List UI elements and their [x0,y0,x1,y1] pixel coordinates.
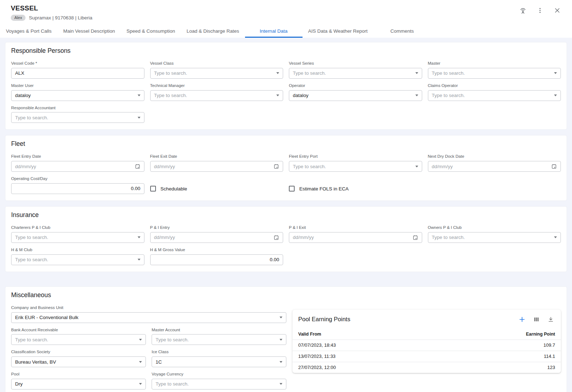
chevron-down-icon[interactable] [280,317,282,318]
ice-class-select[interactable]: 1C [152,356,286,367]
vessel-code-input[interactable]: ALX [11,68,144,79]
chevron-down-icon[interactable] [138,236,140,238]
bank-account-receivable-select[interactable]: Type to search. [11,334,146,345]
operator-select[interactable]: dataloy [289,90,422,101]
operating-cost-day-input[interactable]: 0.00 [11,183,144,194]
section-fleet: Fleet Fleet Entry Date dd/mm/yy Fleet [5,135,567,201]
table-row[interactable]: 13/07/2023, 11:33 114.1 [292,351,561,362]
chevron-down-icon[interactable] [276,72,279,74]
responsible-accountant-field: Responsible Accountant Type to search. [11,106,144,123]
owners-pi-club-select[interactable]: Type to search. [428,232,561,243]
chevron-down-icon[interactable] [280,339,282,341]
chevron-down-icon[interactable] [138,117,140,119]
master-account-select[interactable]: Type to search. [152,334,286,345]
tab-voyages-port-calls[interactable]: Voyages & Port Calls [0,26,57,38]
earning-point-cell: 114.1 [544,354,555,359]
antenna-icon[interactable] [517,5,529,15]
calendar-icon[interactable] [135,163,140,169]
responsible-accountant-select[interactable]: Type to search. [11,112,144,123]
chevron-down-icon[interactable] [280,361,282,363]
chevron-down-icon[interactable] [138,94,140,96]
chevron-down-icon[interactable] [139,383,142,385]
tab-speed-consumption[interactable]: Speed & Consumption [121,26,181,38]
vessel-series-select[interactable]: Type to search. [289,68,422,79]
voyage-currency-field: Voyage Currency Type to search. [152,372,286,389]
tab-internal-data[interactable]: Internal Data [245,26,303,38]
calendar-icon[interactable] [273,235,279,240]
download-icon[interactable] [546,315,555,324]
chevron-down-icon[interactable] [139,361,142,363]
section-title: Fleet [11,140,561,148]
bank-account-receivable-label: Bank Account Receivable [11,328,146,333]
chevron-down-icon[interactable] [554,72,557,74]
calendar-icon[interactable] [412,235,418,240]
tab-load-discharge-rates[interactable]: Load & Discharge Rates [181,26,245,38]
pool-select[interactable]: Dry [11,379,146,389]
pool-label: Pool [11,372,146,377]
fleet-entry-port-select[interactable]: Type to search. [289,161,422,172]
tab-comments[interactable]: Comments [373,26,431,38]
pi-entry-field: P & I Entry dd/mm/yy [150,225,283,243]
chevron-down-icon[interactable] [415,72,418,74]
tab-ais-data-weather-report[interactable]: AIS Data & Weather Report [303,26,374,38]
technical-manager-select[interactable]: Type to search. [150,90,283,101]
ice-class-field: Ice Class 1C [152,350,286,367]
voyage-currency-select[interactable]: Type to search. [152,379,286,389]
tab-main-vessel-description[interactable]: Main Vessel Description [57,26,121,38]
charterers-pi-club-select[interactable]: Type to search. [11,232,144,243]
pi-entry-input[interactable]: dd/mm/yy [150,232,283,243]
pi-exit-label: P & I Exit [289,225,422,230]
table-row[interactable]: 07/07/2023, 18:43 109.7 [292,340,561,351]
col-valid-from: Valid From [298,332,321,337]
estimate-fols-checkbox-row[interactable]: Estimate FOLS in ECA [289,183,422,194]
schedulable-label: Schedulable [161,186,187,192]
table-row[interactable]: 27/07/2023, 12:00 123 [292,362,561,373]
next-dry-dock-date-input[interactable]: dd/mm/yy [428,161,561,172]
chevron-down-icon[interactable] [554,94,557,96]
add-row-icon[interactable] [518,315,526,324]
fleet-entry-date-input[interactable]: dd/mm/yy [11,161,144,172]
kebab-menu-icon[interactable] [534,5,546,15]
section-title: Insurance [11,211,561,219]
classification-society-select[interactable]: Bureau Veritas, BV [11,356,146,367]
classification-society-label: Classification Society [11,350,146,355]
master-field: Master Type to search. [428,61,561,79]
checkbox-icon[interactable] [150,186,156,192]
hm-gross-value-input[interactable]: 0.00 [150,254,283,265]
fleet-entry-date-field: Fleet Entry Date dd/mm/yy [11,154,144,172]
technical-manager-label: Technical Manager [150,83,283,88]
calendar-icon[interactable] [273,163,279,169]
owners-pi-club-field: Owners P & I Club Type to search. [428,225,561,243]
chevron-down-icon[interactable] [415,94,418,96]
chevron-down-icon[interactable] [139,339,142,341]
chevron-down-icon[interactable] [276,94,279,96]
earning-point-cell: 123 [547,365,555,370]
schedulable-checkbox-row[interactable]: Schedulable [150,183,283,194]
chevron-down-icon[interactable] [138,259,140,260]
valid-from-cell: 07/07/2023, 18:43 [298,342,336,348]
master-user-field: Master User dataloy [11,83,144,101]
next-dry-dock-date-field: Next Dry Dock Date dd/mm/yy [428,154,561,172]
master-user-select[interactable]: dataloy [11,90,144,101]
calendar-icon[interactable] [551,163,557,169]
master-select[interactable]: Type to search. [428,68,561,79]
hm-club-select[interactable]: Type to search. [11,254,144,265]
claims-operator-select[interactable]: Type to search. [428,90,561,101]
checkbox-icon[interactable] [289,186,295,192]
columns-icon[interactable] [532,315,541,324]
fleet-exit-date-input[interactable]: dd/mm/yy [150,161,283,172]
chevron-down-icon[interactable] [554,236,557,238]
section-title: Responsible Persons [11,47,561,55]
vessel-class-select[interactable]: Type to search. [150,68,283,79]
chevron-down-icon[interactable] [415,166,418,167]
claims-operator-label: Claims Operator [428,83,561,88]
chevron-down-icon[interactable] [280,383,282,385]
section-title: Miscellaneous [11,291,561,299]
tab-bar: Voyages & Port Calls Main Vessel Descrip… [0,26,572,38]
hm-gross-value-label: H & M Gross Value [150,248,283,253]
fleet-exit-date-label: Fleet Exit Date [150,154,283,159]
hm-club-field: H & M Club Type to search. [11,248,144,265]
pi-exit-input[interactable]: dd/mm/yy [289,232,422,243]
close-icon[interactable] [551,5,563,15]
company-business-unit-select[interactable]: Erik EUR - Conventional Bulk [11,312,286,323]
